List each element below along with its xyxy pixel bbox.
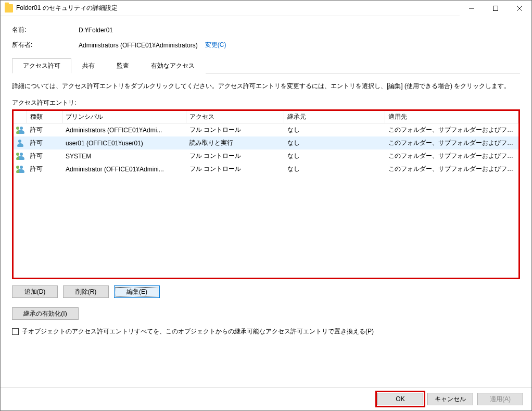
name-label: 名前: xyxy=(12,26,79,34)
owner-label: 所有者: xyxy=(12,41,79,49)
group-icon xyxy=(16,166,24,173)
enable-inheritance-button[interactable]: 継承の有効化(I) xyxy=(12,307,79,320)
cell-apply: このフォルダー、サブフォルダーおよびファ... xyxy=(385,139,518,147)
apply-button[interactable]: 適用(A) xyxy=(477,393,523,405)
header-icon[interactable] xyxy=(14,111,27,123)
maximize-button[interactable] xyxy=(484,1,508,16)
group-icon xyxy=(16,127,24,134)
tabs: アクセス許可 共有 監査 有効なアクセス xyxy=(12,58,520,73)
cell-apply: このフォルダー、サブフォルダーおよびファ... xyxy=(385,126,518,134)
replace-child-permissions-label: 子オブジェクトのアクセス許可エントリすべてを、このオブジェクトからの継承可能なア… xyxy=(22,327,374,336)
list-header-row: 種類 プリンシパル アクセス 継承元 適用先 xyxy=(14,111,518,123)
description-text: 詳細については、アクセス許可エントリをダブルクリックしてください。アクセス許可エ… xyxy=(12,81,520,91)
minimize-button[interactable] xyxy=(460,1,484,16)
cell-apply: このフォルダー、サブフォルダーおよびファ... xyxy=(385,152,518,160)
cell-inherit: なし xyxy=(284,165,385,173)
table-row[interactable]: 許可 Administrators (OFFICE01¥Admi... フル コ… xyxy=(14,123,518,136)
header-principal[interactable]: プリンシパル xyxy=(62,111,186,123)
minimize-icon xyxy=(469,6,474,11)
folder-icon xyxy=(5,4,13,13)
tab-share[interactable]: 共有 xyxy=(71,58,106,73)
cell-type: 許可 xyxy=(27,152,62,160)
cell-type: 許可 xyxy=(27,126,62,134)
replace-child-permissions-checkbox[interactable] xyxy=(12,328,19,335)
table-row[interactable]: 許可 Administrator (OFFICE01¥Admini... フル … xyxy=(14,163,518,176)
permission-entries-label: アクセス許可エントリ: xyxy=(12,98,520,107)
cancel-button[interactable]: キャンセル xyxy=(427,393,473,405)
tab-effective-access[interactable]: 有効なアクセス xyxy=(140,58,206,73)
cell-inherit: なし xyxy=(284,139,385,147)
remove-button[interactable]: 削除(R) xyxy=(63,285,109,298)
header-access[interactable]: アクセス xyxy=(186,111,284,123)
owner-value: Administrators (OFFICE01¥Administrators) xyxy=(79,42,198,49)
change-owner-link[interactable]: 変更(C) xyxy=(205,41,226,49)
dialog-footer: OK キャンセル 適用(A) xyxy=(1,387,531,410)
cell-principal: Administrator (OFFICE01¥Admini... xyxy=(62,166,186,173)
group-icon xyxy=(16,153,24,160)
permission-entries-list[interactable]: 種類 プリンシパル アクセス 継承元 適用先 許可 Administrators… xyxy=(12,109,520,279)
cell-access: フル コントロール xyxy=(186,165,284,173)
cell-inherit: なし xyxy=(284,126,385,134)
cell-principal: SYSTEM xyxy=(62,153,186,160)
name-value: D:¥Folder01 xyxy=(79,27,113,34)
close-icon xyxy=(517,6,522,11)
header-type[interactable]: 種類 xyxy=(27,111,62,123)
cell-apply: このフォルダー、サブフォルダーおよびファ... xyxy=(385,165,518,173)
cell-type: 許可 xyxy=(27,165,62,173)
cell-type: 許可 xyxy=(27,139,62,147)
header-inherit[interactable]: 継承元 xyxy=(284,111,385,123)
cell-access: フル コントロール xyxy=(186,152,284,160)
header-apply[interactable]: 適用先 xyxy=(385,111,518,123)
table-row[interactable]: 許可 user01 (OFFICE01¥user01) 読み取りと実行 なし こ… xyxy=(14,136,518,150)
ok-button[interactable]: OK xyxy=(377,393,423,405)
user-icon xyxy=(16,140,24,147)
cell-principal: user01 (OFFICE01¥user01) xyxy=(62,140,186,147)
tab-audit[interactable]: 監査 xyxy=(106,58,140,73)
cell-principal: Administrators (OFFICE01¥Admi... xyxy=(62,127,186,134)
advanced-security-window: Folder01 のセキュリティの詳細設定 名前: D:¥Folder01 所有… xyxy=(0,0,532,411)
tab-permissions[interactable]: アクセス許可 xyxy=(12,58,71,73)
close-button[interactable] xyxy=(508,1,531,16)
edit-button[interactable]: 編集(E) xyxy=(114,285,160,298)
svg-rect-1 xyxy=(493,6,498,10)
cell-access: フル コントロール xyxy=(186,126,284,134)
cell-access: 読み取りと実行 xyxy=(186,139,284,147)
cell-inherit: なし xyxy=(284,152,385,160)
maximize-icon xyxy=(493,6,498,11)
window-title: Folder01 のセキュリティの詳細設定 xyxy=(16,4,118,13)
table-row[interactable]: 許可 SYSTEM フル コントロール なし このフォルダー、サブフォルダーおよ… xyxy=(14,150,518,163)
add-button[interactable]: 追加(D) xyxy=(12,285,58,298)
titlebar: Folder01 のセキュリティの詳細設定 xyxy=(1,1,531,16)
